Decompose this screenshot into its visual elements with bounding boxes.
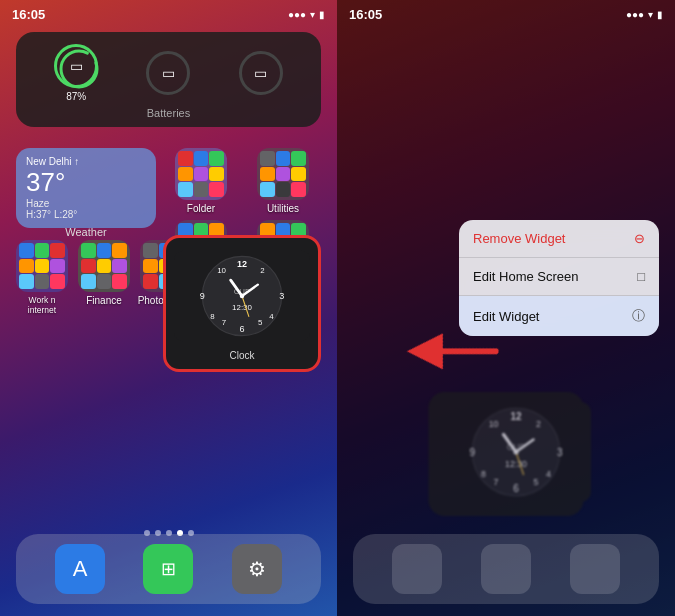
svg-line-38 <box>425 316 496 387</box>
app-item-utilities[interactable]: Utilities <box>245 148 321 214</box>
mini-icon <box>112 259 127 274</box>
dock-right <box>353 534 659 604</box>
work-internet-icon <box>16 240 68 292</box>
wifi-icon: ▾ <box>310 9 315 20</box>
settings-icon: ⚙ <box>248 557 266 581</box>
mini-icon <box>35 259 50 274</box>
svg-text:2: 2 <box>260 266 264 275</box>
svg-text:6: 6 <box>239 324 244 334</box>
mini-icon <box>178 182 193 197</box>
folder-label: Folder <box>187 203 215 214</box>
mini-icon <box>260 151 275 166</box>
clock-svg-left: 12 3 6 9 10 2 4 8 5 7 CUP 12:30 <box>174 246 310 346</box>
svg-text:9: 9 <box>200 291 205 301</box>
mini-icon <box>276 167 291 182</box>
dock-settings[interactable]: ⚙ <box>232 544 282 594</box>
right-status-bar: 16:05 ●●● ▾ ▮ <box>337 0 675 28</box>
battery-ring-svg <box>57 47 101 91</box>
edit-widget-label: Edit Widget <box>473 309 632 324</box>
battery-item-2: ▭ <box>146 51 190 95</box>
mini-icon <box>209 167 224 182</box>
mini-icon <box>81 274 96 289</box>
svg-text:2: 2 <box>536 419 541 429</box>
right-status-icons: ●●● ▾ ▮ <box>626 9 663 20</box>
clock-label: Clock <box>174 350 310 361</box>
dock-placeholder-1 <box>392 544 442 594</box>
app-finance[interactable]: Finance <box>78 240 130 306</box>
batteries-row: ▭ 87% ▭ ▭ <box>30 44 307 102</box>
mini-icon <box>178 167 193 182</box>
dock-left: A ⊞ ⚙ <box>16 534 321 604</box>
app-work-internet[interactable]: Work n internet <box>16 240 68 315</box>
mini-icon <box>209 182 224 197</box>
mini-icon <box>112 243 127 258</box>
mini-icon <box>194 151 209 166</box>
mini-icon <box>194 182 209 197</box>
finance2-icon <box>78 240 130 292</box>
battery-percent-1: 87% <box>66 91 86 102</box>
svg-text:10: 10 <box>489 419 499 429</box>
mini-icon <box>178 151 193 166</box>
weather-desc: Haze <box>26 198 146 209</box>
edit-home-icon: □ <box>637 269 645 284</box>
mini-icon <box>291 167 306 182</box>
mini-icon <box>194 167 209 182</box>
mini-icon <box>143 243 158 258</box>
svg-text:4: 4 <box>546 469 551 479</box>
right-signal-icon: ●●● <box>626 9 644 20</box>
svg-text:12: 12 <box>237 259 247 269</box>
finance2-label: Finance <box>86 295 122 306</box>
svg-text:7: 7 <box>494 477 499 487</box>
edit-home-label: Edit Home Screen <box>473 269 637 284</box>
mini-icon <box>209 151 224 166</box>
weather-range: H:37° L:28° <box>26 209 146 220</box>
batteries-label: Batteries <box>30 107 307 119</box>
battery-item-1: ▭ 87% <box>54 44 98 102</box>
svg-point-36 <box>514 450 519 455</box>
left-phone-screen: 16:05 ●●● ▾ ▮ ▭ 87% ▭ <box>0 0 337 616</box>
mini-icon <box>276 151 291 166</box>
mini-icon <box>97 243 112 258</box>
battery-symbol-2: ▭ <box>162 65 175 81</box>
signal-icon: ●●● <box>288 9 306 20</box>
context-remove-widget[interactable]: Remove Widget ⊖ <box>459 220 659 258</box>
context-menu[interactable]: Remove Widget ⊖ Edit Home Screen □ Edit … <box>459 220 659 336</box>
work-internet-label: Work n internet <box>16 295 68 315</box>
svg-text:5: 5 <box>534 477 539 487</box>
svg-text:7: 7 <box>222 318 226 327</box>
svg-text:12:30: 12:30 <box>232 303 252 312</box>
weather-temp: 37° <box>26 167 146 198</box>
dock-apps[interactable]: ⊞ <box>143 544 193 594</box>
mini-icon <box>50 274 65 289</box>
utilities-icon <box>257 148 309 200</box>
dock-app-store[interactable]: A <box>55 544 105 594</box>
battery-circle-3: ▭ <box>239 51 283 95</box>
left-time: 16:05 <box>12 7 45 22</box>
dock-placeholder-2 <box>481 544 531 594</box>
svg-text:4: 4 <box>269 312 274 321</box>
folder-icon <box>175 148 227 200</box>
app-item-folder[interactable]: Folder <box>163 148 239 214</box>
apps-icon: ⊞ <box>161 558 176 580</box>
context-edit-home[interactable]: Edit Home Screen □ <box>459 258 659 296</box>
mini-icon <box>260 167 275 182</box>
svg-text:3: 3 <box>279 291 284 301</box>
battery-circle-1: ▭ <box>54 44 98 88</box>
mini-icon <box>97 274 112 289</box>
weather-label: Weather <box>16 226 156 238</box>
mini-icon <box>35 243 50 258</box>
mini-icon <box>50 259 65 274</box>
clock-widget-left: 12 3 6 9 10 2 4 8 5 7 CUP 12:30 <box>163 235 321 372</box>
left-status-icons: ●●● ▾ ▮ <box>288 9 325 20</box>
battery-symbol-3: ▭ <box>254 65 267 81</box>
svg-text:10: 10 <box>217 266 226 275</box>
battery-icon: ▮ <box>319 9 325 20</box>
mini-icon <box>19 259 34 274</box>
mini-icon <box>50 243 65 258</box>
svg-text:12:30: 12:30 <box>505 459 527 469</box>
clock-svg-right: 12 3 6 9 10 2 4 8 5 7 CUP 12:30 <box>439 402 594 502</box>
svg-point-18 <box>240 294 245 299</box>
mini-icon <box>19 274 34 289</box>
mini-icon <box>19 243 34 258</box>
svg-point-0 <box>61 51 97 87</box>
